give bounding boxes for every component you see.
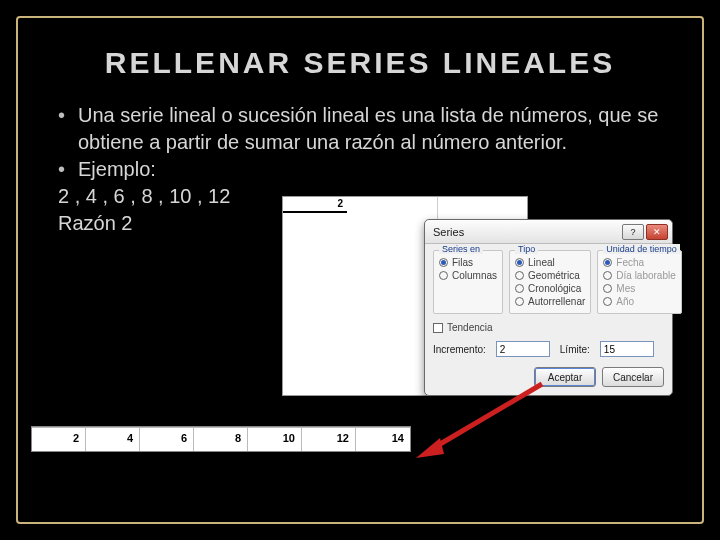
dialog-titlebar: Series ? ✕ xyxy=(425,220,672,244)
bullet-dot: • xyxy=(52,102,78,156)
radio-fecha: Fecha xyxy=(603,257,675,268)
group-label: Unidad de tiempo xyxy=(603,244,680,254)
label-incremento: Incremento: xyxy=(433,344,486,355)
group-series-en: Series en Filas Columnas xyxy=(433,250,503,314)
group-tipo: Tipo Lineal Geométrica Cronológica Autor… xyxy=(509,250,591,314)
slide-title: RELLENAR SERIES LINEALES xyxy=(52,46,668,80)
spreadsheet-result-row: 2 4 6 8 10 12 14 xyxy=(31,426,411,452)
label-limite: Límite: xyxy=(560,344,590,355)
bullet-dot: • xyxy=(52,156,78,183)
bullet-2-label: Ejemplo: xyxy=(78,156,668,183)
input-limite[interactable] xyxy=(600,341,654,357)
series-dialog: Series ? ✕ Series en Filas Columnas Tipo… xyxy=(424,219,673,396)
input-incremento[interactable] xyxy=(496,341,550,357)
aceptar-button[interactable]: Aceptar xyxy=(534,367,596,387)
radio-cronologica[interactable]: Cronológica xyxy=(515,283,585,294)
radio-columnas[interactable]: Columnas xyxy=(439,270,497,281)
radio-geometrica[interactable]: Geométrica xyxy=(515,270,585,281)
radio-lineal[interactable]: Lineal xyxy=(515,257,585,268)
result-cell: 2 xyxy=(32,427,86,451)
radio-ano: Año xyxy=(603,296,675,307)
radio-autorrellenar[interactable]: Autorrellenar xyxy=(515,296,585,307)
close-icon[interactable]: ✕ xyxy=(646,224,668,240)
result-cell: 10 xyxy=(248,427,302,451)
active-cell[interactable]: 2 xyxy=(283,197,347,213)
result-cell: 14 xyxy=(356,427,410,451)
result-cell: 8 xyxy=(194,427,248,451)
cancelar-button[interactable]: Cancelar xyxy=(602,367,664,387)
sheet-blank-area xyxy=(283,213,437,393)
group-label: Series en xyxy=(439,244,483,254)
radio-dia-laborable: Día laborable xyxy=(603,270,675,281)
group-unidad: Unidad de tiempo Fecha Día laborable Mes… xyxy=(597,250,681,314)
group-label: Tipo xyxy=(515,244,538,254)
checkbox-tendencia[interactable]: Tendencia xyxy=(433,322,664,333)
help-icon[interactable]: ? xyxy=(622,224,644,240)
bullet-1: Una serie lineal o sucesión lineal es un… xyxy=(78,102,668,156)
result-cell: 4 xyxy=(86,427,140,451)
result-cell: 6 xyxy=(140,427,194,451)
result-cell: 12 xyxy=(302,427,356,451)
radio-filas[interactable]: Filas xyxy=(439,257,497,268)
radio-mes: Mes xyxy=(603,283,675,294)
dialog-title: Series xyxy=(433,226,464,238)
